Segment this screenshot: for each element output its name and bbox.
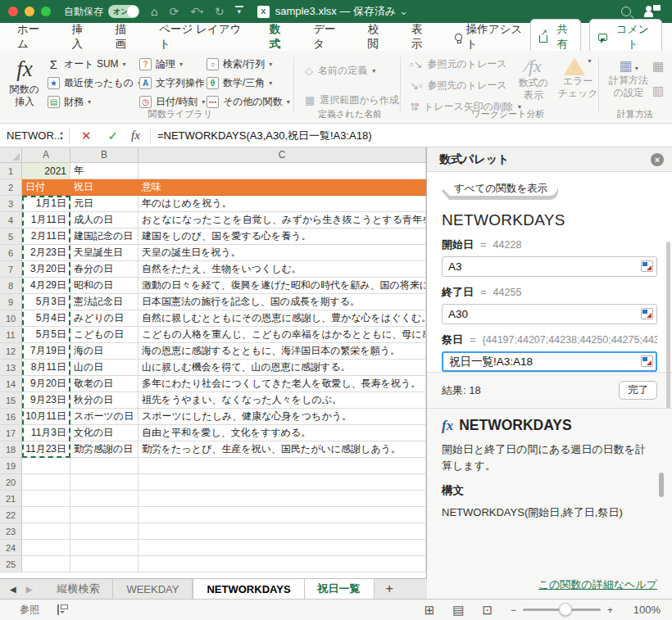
page-break-view-icon[interactable]: ⊡: [482, 603, 493, 618]
cell-B19[interactable]: [70, 458, 138, 474]
row-header-12[interactable]: 12: [0, 343, 22, 360]
name-box-stepper[interactable]: ▲▼: [59, 130, 64, 141]
ribbon-button-search-fn[interactable]: ○検索/行列▾: [207, 57, 290, 71]
cell-B20[interactable]: [70, 474, 138, 491]
cell-A2[interactable]: 日付: [22, 179, 70, 196]
cell-A10[interactable]: 5月4日: [22, 310, 70, 327]
ribbon-button-star[interactable]: ★最近使ったもの▾: [48, 76, 141, 90]
cell-C20[interactable]: [138, 474, 426, 491]
sheet-tab-縦横検索[interactable]: 縦横検索: [43, 579, 113, 599]
spreadsheet-grid[interactable]: ABC 12021年2日付祝日意味31月1日元日年のはじめを祝う。41月11日成…: [0, 147, 426, 578]
row-header-1[interactable]: 1: [0, 163, 22, 179]
cell-C6[interactable]: 天皇の誕生日を祝う。: [138, 245, 426, 261]
row-header-21[interactable]: 21: [0, 491, 22, 507]
cell-A24[interactable]: [22, 540, 70, 556]
cell-C22[interactable]: [138, 507, 426, 523]
row-header-14[interactable]: 14: [0, 376, 22, 392]
cell-C2[interactable]: 意味: [138, 179, 426, 196]
cell-B12[interactable]: 海の日: [70, 343, 138, 360]
add-sheet-button[interactable]: +: [375, 579, 405, 599]
home-icon[interactable]: ⌂: [151, 6, 157, 17]
column-header-B[interactable]: B: [70, 147, 138, 163]
trace-precedents-button[interactable]: ▫↘ 参照元のトレース: [410, 57, 507, 71]
cell-B9[interactable]: 憲法記念日: [70, 294, 138, 310]
cell-A21[interactable]: [22, 491, 70, 507]
row-header-19[interactable]: 19: [0, 458, 22, 474]
range-selector-icon[interactable]: [641, 260, 653, 272]
row-header-25[interactable]: 25: [0, 556, 22, 572]
row-header-24[interactable]: 24: [0, 540, 22, 556]
cell-B17[interactable]: 文化の日: [70, 425, 138, 441]
zoom-slider[interactable]: [523, 609, 601, 611]
row-header-4[interactable]: 4: [0, 212, 22, 229]
cell-C1[interactable]: [138, 163, 426, 179]
row-header-13[interactable]: 13: [0, 360, 22, 376]
search-icon[interactable]: [621, 7, 631, 16]
cell-A11[interactable]: 5月5日: [22, 327, 70, 343]
cell-A19[interactable]: [22, 458, 70, 474]
cell-A17[interactable]: 11月3日: [22, 425, 70, 441]
cell-B10[interactable]: みどりの日: [70, 310, 138, 327]
cell-A9[interactable]: 5月3日: [22, 294, 70, 310]
sync-icon[interactable]: ⟳: [169, 6, 179, 17]
cell-C13[interactable]: 山に親しむ機会を得て、山の恩恵に感謝する。: [138, 360, 426, 376]
cell-B4[interactable]: 成人の日: [70, 212, 138, 229]
cell-B13[interactable]: 山の日: [70, 360, 138, 376]
sheet-nav-prev-icon[interactable]: ◀: [10, 585, 16, 594]
cell-A1[interactable]: 2021: [22, 163, 70, 179]
name-box[interactable]: NETWOR...: [0, 129, 59, 142]
cell-A8[interactable]: 4月29日: [22, 278, 70, 294]
cell-B14[interactable]: 敬老の日: [70, 376, 138, 392]
done-button[interactable]: 完了: [619, 381, 657, 400]
calculate-now-icon[interactable]: ▦: [652, 59, 664, 74]
row-header-23[interactable]: 23: [0, 523, 22, 540]
row-header-7[interactable]: 7: [0, 261, 22, 278]
zoom-in-icon[interactable]: +: [607, 604, 613, 616]
cell-C7[interactable]: 自然をたたえ、生物をいつくしむ。: [138, 261, 426, 278]
cell-B2[interactable]: 祝日: [70, 179, 138, 196]
row-header-10[interactable]: 10: [0, 310, 22, 327]
cell-C9[interactable]: 日本国憲法の施行を記念し、国の成長を期する。: [138, 294, 426, 310]
confirm-entry-icon[interactable]: ✓: [108, 129, 119, 143]
autosave-toggle[interactable]: オン: [108, 5, 139, 18]
cell-A3[interactable]: 1月1日: [22, 196, 70, 212]
cell-C3[interactable]: 年のはじめを祝う。: [138, 196, 426, 212]
comments-button[interactable]: コメント: [589, 19, 662, 55]
zoom-percentage[interactable]: 100%: [624, 604, 661, 616]
row-header-2[interactable]: 2: [0, 179, 22, 196]
cell-C14[interactable]: 多年にわたり社会につくしてきた老人を敬愛し、長寿を祝う。: [138, 376, 426, 392]
cell-B25[interactable]: [70, 556, 138, 572]
cell-C23[interactable]: [138, 523, 426, 540]
cell-A15[interactable]: 9月23日: [22, 392, 70, 409]
select-all-corner[interactable]: [0, 147, 22, 163]
cell-A12[interactable]: 7月19日: [22, 343, 70, 360]
cell-B1[interactable]: 年: [70, 163, 138, 179]
sheet-tab-祝日一覧[interactable]: 祝日一覧: [305, 579, 375, 599]
cell-A5[interactable]: 2月11日: [22, 229, 70, 245]
column-header-C[interactable]: C: [138, 147, 426, 163]
show-all-functions-button[interactable]: すべての関数を表示: [442, 182, 558, 200]
row-header-15[interactable]: 15: [0, 392, 22, 409]
sheet-tab-WEEKDAY[interactable]: WEEKDAY: [113, 579, 193, 599]
cell-A18[interactable]: 11月23日: [22, 441, 70, 458]
cell-B7[interactable]: 春分の日: [70, 261, 138, 278]
column-header-A[interactable]: A: [22, 147, 70, 163]
cell-B3[interactable]: 元日: [70, 196, 138, 212]
cell-C4[interactable]: おとなになったことを自覚し、みずから生き抜こうとする青年を: [138, 212, 426, 229]
ribbon-button-dots[interactable]: ⋯その他の関数▾: [207, 95, 290, 109]
cell-B5[interactable]: 建国記念の日: [70, 229, 138, 245]
row-header-22[interactable]: 22: [0, 507, 22, 523]
row-header-17[interactable]: 17: [0, 425, 22, 441]
sheet-tab-NETWORKDAYS[interactable]: NETWORKDAYS: [193, 579, 304, 599]
cell-C25[interactable]: [138, 556, 426, 572]
cell-B22[interactable]: [70, 507, 138, 523]
cell-C18[interactable]: 勤労をたっとび、生産を祝い、国民たがいに感謝しあう。: [138, 441, 426, 458]
cell-B23[interactable]: [70, 523, 138, 540]
cell-A13[interactable]: 8月11日: [22, 360, 70, 376]
row-header-16[interactable]: 16: [0, 409, 22, 425]
cell-B16[interactable]: スポーツの日: [70, 409, 138, 425]
cell-B6[interactable]: 天皇誕生日: [70, 245, 138, 261]
cell-C17[interactable]: 自由と平和を愛し、文化をすすめる。: [138, 425, 426, 441]
ribbon-button-theta[interactable]: θ数学/三角▾: [207, 76, 290, 90]
function-help-link[interactable]: この関数の詳細なヘルプ: [538, 577, 657, 592]
